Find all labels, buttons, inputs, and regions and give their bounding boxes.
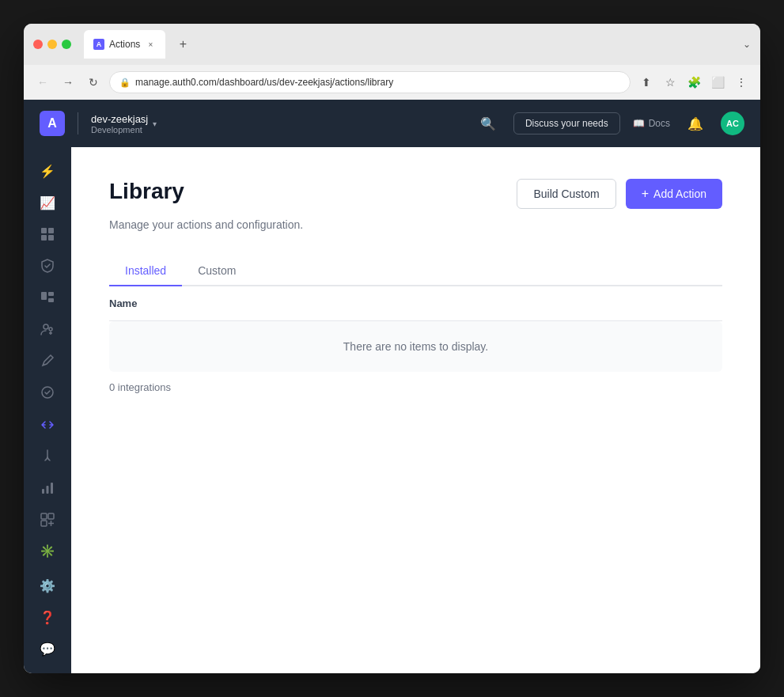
extensions-icon[interactable]: 🧩 bbox=[684, 73, 703, 92]
sidebar-item-actions-flow[interactable] bbox=[32, 411, 63, 439]
minimize-button[interactable] bbox=[47, 40, 57, 49]
discuss-button[interactable]: Discuss your needs bbox=[513, 112, 620, 134]
book-icon: 📖 bbox=[633, 118, 645, 129]
brand-logo[interactable]: A bbox=[40, 111, 65, 136]
address-bar: ← → ↻ 🔒 manage.auth0.com/dashboard/us/de… bbox=[24, 65, 760, 100]
url-text: manage.auth0.com/dashboard/us/dev-zeekja… bbox=[135, 77, 620, 88]
sidebar-item-pipeline[interactable] bbox=[32, 220, 63, 248]
more-menu-icon[interactable]: ⋮ bbox=[732, 73, 751, 92]
svg-rect-14 bbox=[51, 483, 53, 494]
title-bar: A Actions × + ⌄ bbox=[24, 24, 760, 65]
app-container: A dev-zeekjasj Development ▾ 🔍 Discuss y… bbox=[24, 100, 760, 673]
page-title: Library bbox=[109, 179, 184, 204]
sidebar-item-settings[interactable]: ⚙️ bbox=[32, 572, 63, 600]
forward-button[interactable]: → bbox=[59, 73, 78, 92]
top-nav: A dev-zeekjasj Development ▾ 🔍 Discuss y… bbox=[24, 100, 760, 147]
sidebar-item-actions[interactable]: ⚡ bbox=[32, 157, 63, 185]
reload-button[interactable]: ↻ bbox=[84, 73, 103, 92]
svg-rect-15 bbox=[41, 513, 47, 519]
svg-point-7 bbox=[44, 324, 48, 329]
notification-button[interactable]: 🔔 bbox=[683, 111, 708, 136]
svg-rect-0 bbox=[41, 228, 47, 233]
sidebar-item-user-management[interactable] bbox=[32, 315, 63, 343]
page-description: Manage your actions and configuration. bbox=[109, 218, 722, 231]
sidebar-item-marketplace[interactable] bbox=[32, 506, 63, 534]
svg-rect-1 bbox=[48, 228, 54, 233]
share-icon[interactable]: ⬆ bbox=[637, 73, 656, 92]
new-tab-button[interactable]: + bbox=[172, 33, 194, 55]
sidebar-item-customize[interactable] bbox=[32, 347, 63, 375]
sidebar-item-monitoring[interactable] bbox=[32, 474, 63, 502]
sidebar-item-hooks[interactable] bbox=[32, 442, 63, 471]
add-action-label: Add Action bbox=[653, 188, 706, 200]
plus-icon: + bbox=[642, 187, 649, 201]
column-name-header: Name bbox=[109, 297, 137, 309]
docs-label: Docs bbox=[649, 118, 670, 129]
search-button[interactable]: 🔍 bbox=[475, 111, 501, 136]
bookmark-icon[interactable]: ☆ bbox=[661, 73, 680, 92]
maximize-button[interactable] bbox=[62, 40, 71, 49]
close-button[interactable] bbox=[33, 40, 43, 49]
browser-window: A Actions × + ⌄ ← → ↻ 🔒 manage.auth0.com… bbox=[24, 24, 760, 673]
content-area: Library Build Custom + Add Action Manage… bbox=[71, 147, 760, 673]
split-view-icon[interactable]: ⬜ bbox=[708, 73, 727, 92]
tab-title: Actions bbox=[109, 39, 140, 50]
svg-rect-16 bbox=[48, 513, 54, 519]
browser-tab[interactable]: A Actions × bbox=[84, 30, 165, 59]
docs-button[interactable]: 📖 Docs bbox=[633, 118, 670, 129]
lock-icon: 🔒 bbox=[119, 78, 131, 88]
tab-custom[interactable]: Custom bbox=[182, 256, 252, 286]
svg-point-8 bbox=[49, 328, 52, 331]
svg-rect-6 bbox=[48, 298, 54, 302]
sidebar-item-dashboard[interactable] bbox=[32, 283, 63, 312]
svg-rect-5 bbox=[48, 292, 54, 296]
tab-favicon: A bbox=[93, 39, 104, 50]
address-actions: ⬆ ☆ 🧩 ⬜ ⋮ bbox=[637, 73, 751, 92]
build-custom-button[interactable]: Build Custom bbox=[517, 179, 615, 209]
account-env: Development bbox=[91, 125, 148, 134]
tab-chevron-icon[interactable]: ⌄ bbox=[743, 39, 751, 50]
sidebar-item-feedback[interactable]: 💬 bbox=[32, 635, 63, 664]
add-action-button[interactable]: + Add Action bbox=[626, 179, 722, 209]
back-button[interactable]: ← bbox=[33, 73, 52, 92]
tabs: Installed Custom bbox=[109, 256, 722, 286]
sidebar-item-help[interactable]: ❓ bbox=[32, 604, 63, 632]
tab-installed[interactable]: Installed bbox=[109, 256, 182, 286]
sidebar-item-analytics[interactable]: 📈 bbox=[32, 188, 63, 217]
svg-rect-12 bbox=[42, 489, 44, 494]
address-field[interactable]: 🔒 manage.auth0.com/dashboard/us/dev-zeek… bbox=[109, 71, 631, 93]
nav-divider bbox=[78, 112, 78, 134]
empty-state: There are no items to display. bbox=[109, 321, 722, 372]
sidebar-item-security[interactable] bbox=[32, 252, 63, 280]
main-area: ⚡ 📈 bbox=[24, 147, 760, 673]
svg-rect-2 bbox=[41, 235, 47, 241]
page-header: Library Build Custom + Add Action bbox=[109, 179, 722, 209]
table-footer: 0 integrations bbox=[109, 372, 722, 403]
sidebar: ⚡ 📈 bbox=[24, 147, 71, 673]
table-header-row: Name bbox=[109, 286, 722, 321]
sidebar-item-rules[interactable] bbox=[32, 378, 63, 407]
svg-rect-17 bbox=[41, 521, 47, 526]
account-name: dev-zeekjasj bbox=[91, 113, 148, 125]
svg-rect-13 bbox=[47, 486, 49, 494]
svg-rect-4 bbox=[41, 292, 47, 300]
account-chevron-icon: ▾ bbox=[153, 119, 157, 128]
account-selector[interactable]: dev-zeekjasj Development ▾ bbox=[91, 113, 157, 134]
header-actions: Build Custom + Add Action bbox=[517, 179, 722, 209]
traffic-lights bbox=[33, 40, 71, 49]
svg-rect-3 bbox=[48, 235, 54, 241]
sidebar-item-integrations[interactable]: ✳️ bbox=[32, 537, 63, 566]
tab-close-icon[interactable]: × bbox=[145, 39, 156, 50]
table-container: Name There are no items to display. 0 in… bbox=[109, 286, 722, 403]
avatar[interactable]: AC bbox=[721, 112, 744, 135]
